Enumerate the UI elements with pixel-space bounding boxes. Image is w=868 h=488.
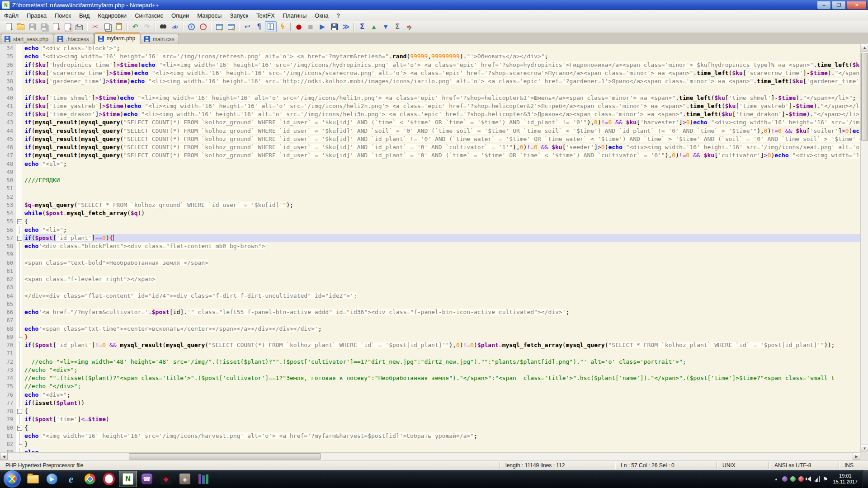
action-center-icon[interactable]: ⚑ <box>821 474 830 484</box>
menu-item-вид[interactable]: Вид <box>75 11 94 20</box>
viber-tray-icon[interactable] <box>781 474 789 484</box>
scroll-up-arrow[interactable]: ▲ <box>861 44 868 52</box>
spellcheck-button[interactable]: ab <box>403 21 415 32</box>
show-hidden-icons-arrow[interactable]: ▲ <box>772 474 781 484</box>
menu-item-опции[interactable]: Опции <box>167 11 193 20</box>
macro-run-button[interactable]: ≫ <box>340 21 352 32</box>
tab-start-sess-php[interactable]: start_sess.php <box>1 34 53 44</box>
title-bar[interactable]: N Z:\home\test1.ru\www\inc\farm\myfarm.p… <box>0 0 868 10</box>
show-all-chars-button[interactable]: ¶ <box>253 21 265 32</box>
menu-item-синтаксис[interactable]: Синтаксис <box>131 11 167 20</box>
taskbar-clock[interactable]: 19:01 15.11.2017 <box>830 473 862 485</box>
code-text: if($ku['hydropinics_time']>$time)echo "<… <box>23 61 860 69</box>
code-line: 46if(mysql_result(mysql_query("SELECT CO… <box>0 143 860 151</box>
volume-icon[interactable] <box>805 474 813 484</box>
sync-horizontal-button[interactable] <box>225 21 237 32</box>
code-text: //echo "<div>"; <box>23 366 860 374</box>
code-line: 47if(mysql_result(mysql_query("SELECT CO… <box>0 151 860 160</box>
doc-map-button[interactable]: ϟ <box>277 21 288 32</box>
menu-item-?[interactable]: ? <box>332 11 344 20</box>
menu-item-textfx[interactable]: TextFX <box>252 11 278 20</box>
antivirus-tray-icon[interactable] <box>797 474 805 484</box>
paste-button[interactable] <box>113 21 125 32</box>
textfx-sigma2-button[interactable]: Σ <box>392 21 403 32</box>
code-line: 70if($post['id_plant']!=0 && mysql_resul… <box>0 341 860 349</box>
opera-icon[interactable] <box>100 471 118 487</box>
start-button[interactable] <box>4 470 21 488</box>
media-player-icon[interactable]: ▶ <box>43 471 61 487</box>
saved-file-icon <box>5 36 10 42</box>
horizontal-scrollbar[interactable]: ◀ ▶ <box>0 452 868 460</box>
sort-desc-button[interactable]: ▼ <box>380 21 392 32</box>
scroll-left-arrow[interactable]: ◀ <box>0 453 8 460</box>
game-icon[interactable]: ◆ <box>157 471 175 487</box>
menu-item-макросы[interactable]: Макросы <box>193 11 226 20</box>
textfx-sum-button[interactable]: Σ <box>356 21 368 32</box>
menu-item-плагины[interactable]: Плагины <box>279 11 311 20</box>
tab--htaccess[interactable]: .htaccess <box>54 34 94 44</box>
code-text: if(mysql_result(mysql_query("SELECT COUN… <box>23 143 860 151</box>
horizontal-scroll-thumb[interactable] <box>129 453 321 460</box>
sync-vertical-button[interactable] <box>213 21 225 32</box>
fold-collapse-icon[interactable] <box>17 426 22 431</box>
vertical-scrollbar[interactable]: ▲ ▼ <box>860 44 868 452</box>
code-area[interactable]: 34echo "<div class='block'>";35echo "<di… <box>0 44 860 452</box>
toolbar-separator <box>87 23 88 31</box>
menu-item-файл[interactable]: Файл <box>0 11 23 20</box>
close-all-button[interactable]: × <box>61 21 73 32</box>
close-button[interactable]: × <box>50 21 61 32</box>
fold-collapse-icon[interactable] <box>17 409 22 414</box>
menu-item-окна[interactable]: Окна <box>311 11 332 20</box>
fold-collapse-icon[interactable] <box>17 236 22 241</box>
chrome-icon[interactable] <box>81 471 99 487</box>
explorer-icon[interactable] <box>24 471 42 487</box>
macro-save-button[interactable] <box>328 21 340 32</box>
zoom-out-button[interactable]: − <box>197 21 209 32</box>
macro-record-button[interactable]: ● <box>293 21 305 32</box>
network-icon[interactable] <box>813 474 821 484</box>
cut-button[interactable]: ✂ <box>90 21 101 32</box>
viber-icon[interactable]: ☎ <box>138 471 156 487</box>
copy-button[interactable] <box>101 21 113 32</box>
code-editor[interactable]: 34echo "<div class='block'>";35echo "<di… <box>0 44 868 452</box>
code-line: 67 <box>0 316 860 324</box>
macro-play-button[interactable]: ▶ <box>316 21 328 32</box>
status-cursor: Ln : 57 Col : 26 Sel : 0 <box>615 462 717 469</box>
vertical-scroll-thumb[interactable] <box>861 53 868 141</box>
fold-margin <box>16 143 23 151</box>
undo-button[interactable]: ↶ <box>129 21 141 32</box>
new-file-button[interactable]: + <box>3 21 14 32</box>
scroll-down-arrow[interactable]: ▼ <box>861 445 868 452</box>
scroll-right-arrow[interactable]: ▶ <box>853 453 860 460</box>
tab-main-css[interactable]: main.css <box>141 34 179 44</box>
ie-icon[interactable]: e <box>62 471 80 487</box>
open-button[interactable] <box>14 21 26 32</box>
print-button[interactable] <box>73 21 85 32</box>
menu-item-запуск[interactable]: Запуск <box>226 11 252 20</box>
app-icon[interactable]: ◈ <box>176 471 194 487</box>
find-button[interactable] <box>157 21 169 32</box>
tab-myfarm-php[interactable]: myfarm.php <box>94 33 140 44</box>
code-text: { <box>23 407 860 415</box>
close-window-button[interactable]: ✕ <box>847 1 867 9</box>
line-number: 82 <box>0 440 16 448</box>
show-desktop-button[interactable] <box>862 470 868 488</box>
notepadpp-icon[interactable]: N <box>119 471 137 487</box>
code-line: 63 <box>0 283 860 291</box>
minimize-button[interactable]: – <box>817 1 831 9</box>
tray-icons: ⚑ <box>781 474 830 484</box>
zoom-in-button[interactable]: + <box>185 21 197 32</box>
code-text <box>23 300 860 308</box>
fold-collapse-icon[interactable] <box>17 219 22 224</box>
maximize-button[interactable]: ❐ <box>832 1 846 9</box>
menu-item-кодировки[interactable]: Кодировки <box>94 11 131 20</box>
sync-vertical-icon <box>216 24 223 30</box>
replace-button[interactable]: ab <box>169 21 181 32</box>
winrar-icon[interactable] <box>195 471 213 487</box>
word-wrap-button[interactable]: ↩ <box>241 21 253 32</box>
menu-item-поиск[interactable]: Поиск <box>51 11 75 20</box>
sort-asc-button[interactable]: ▲ <box>368 21 380 32</box>
indent-guide-button[interactable] <box>265 21 277 32</box>
menu-item-правка[interactable]: Правка <box>23 11 51 20</box>
update-tray-icon[interactable] <box>789 474 797 484</box>
